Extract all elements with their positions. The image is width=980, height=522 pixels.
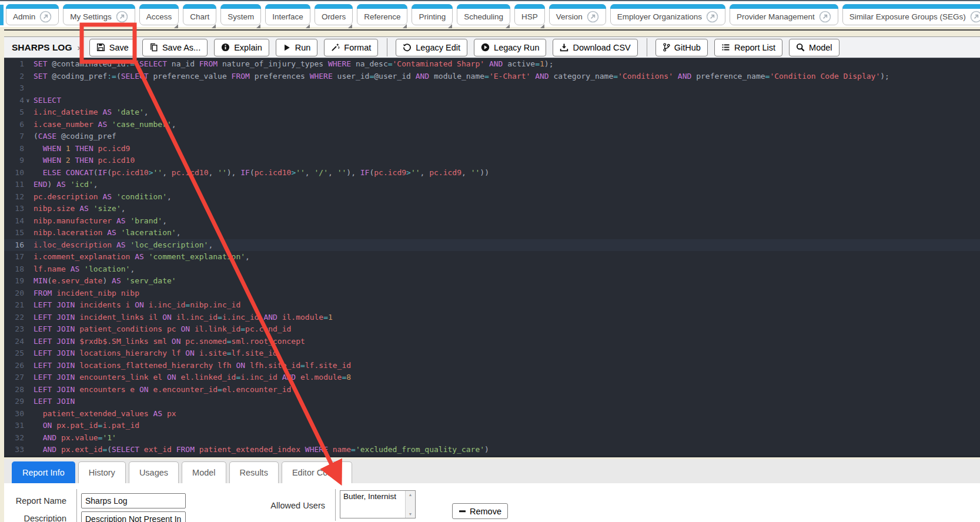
code-line[interactable]: 9 WHEN 2 THEN pc.icd10	[4, 155, 980, 167]
code-line[interactable]: 8 WHEN 1 THEN pc.icd9	[4, 143, 980, 155]
listbox-scrollbar[interactable]: ▲ ▼	[405, 491, 415, 518]
scroll-down-icon[interactable]: ▼	[409, 512, 413, 516]
code-line[interactable]: 2SET @coding_pref:=(SELECT preference_va…	[4, 71, 980, 83]
code-line[interactable]: 5i.inc_datetime AS 'date',	[4, 106, 980, 119]
report-list-button[interactable]: Report List	[714, 39, 782, 56]
run-button[interactable]: Run	[276, 39, 318, 56]
nav-tab-my-settings[interactable]: My Settings	[63, 4, 135, 25]
code-line[interactable]: 4∨SELECT	[4, 95, 980, 107]
bottom-tab-model[interactable]: Model	[182, 461, 226, 484]
nav-tab-similar-exposure-groups-segs[interactable]: Similar Exposure Groups (SEGs)	[842, 4, 980, 25]
download-csv-button[interactable]: Download CSV	[553, 39, 637, 56]
nav-tab-access[interactable]: Access	[139, 4, 179, 25]
code-line[interactable]: 20FROM incident_nibp nibp	[4, 287, 980, 300]
tab-accent-bar	[220, 4, 261, 9]
code-editor[interactable]: 1SET @contaminated_id:=(SELECT na_id FRO…	[4, 58, 980, 457]
bottom-tab-editor-config[interactable]: Editor Config	[282, 461, 352, 484]
nav-tab-admin[interactable]: Admin	[6, 4, 59, 25]
code-line[interactable]: 24LEFT JOIN $rxdb$.SM_links sml ON pc.sn…	[4, 336, 980, 348]
nav-tab-system[interactable]: System	[220, 4, 261, 25]
code-text: LEFT JOIN	[32, 396, 75, 408]
code-line[interactable]: 21LEFT JOIN incidents i ON i.inc_id=nibp…	[4, 299, 980, 312]
line-number: 19	[4, 275, 24, 287]
description-input[interactable]	[81, 511, 186, 522]
bottom-tab-report-info[interactable]: Report Info	[12, 461, 75, 484]
code-line[interactable]: 32 AND px.value='1'	[4, 432, 980, 444]
code-line[interactable]: 6i.case_number AS 'case_number',	[4, 119, 980, 131]
code-line[interactable]: 15nibp.laceration AS 'laceration',	[4, 227, 980, 239]
nav-tab-label: Admin	[13, 12, 35, 21]
external-link-icon[interactable]	[819, 11, 831, 23]
code-line[interactable]: 28LEFT JOIN encounters e ON e.encounter_…	[4, 384, 980, 396]
code-line[interactable]: 29LEFT JOIN	[4, 396, 980, 408]
explain-button[interactable]: Explain	[214, 39, 269, 56]
allowed-users-listbox[interactable]: Butler, Internist ▲ ▼	[340, 490, 416, 518]
code-line[interactable]: 25LEFT JOIN locations_hierarchy lf ON i.…	[4, 347, 980, 360]
line-number: 3	[4, 82, 24, 95]
nav-tab-label: My Settings	[70, 12, 112, 21]
line-number: 9	[4, 155, 24, 167]
nav-tab-hsp[interactable]: HSP	[514, 4, 545, 25]
code-line[interactable]: 3	[4, 82, 980, 95]
tab-accent-bar	[412, 4, 453, 9]
fold-gutter	[24, 287, 32, 300]
code-line[interactable]: 18lf.name AS 'location',	[4, 263, 980, 276]
code-line[interactable]: 33 AND px.ext_id=(SELECT ext_id FROM pat…	[4, 444, 980, 456]
save-as-button[interactable]: Save As...	[142, 39, 208, 56]
nav-tab-version[interactable]: Version	[549, 4, 606, 25]
nav-tab-orders[interactable]: Orders	[315, 4, 353, 25]
code-text: SELECT	[32, 95, 61, 107]
nav-tab-provider-management[interactable]: Provider Management	[730, 4, 838, 25]
code-line[interactable]: 14nibp.manufacturer AS 'brand',	[4, 215, 980, 227]
scroll-up-icon[interactable]: ▲	[409, 493, 413, 497]
external-link-icon[interactable]	[970, 11, 980, 23]
code-line[interactable]: 31 ON px.pat_id=i.pat_id	[4, 420, 980, 432]
code-line[interactable]: 16i.loc_description AS 'loc_description'…	[4, 239, 980, 252]
code-line[interactable]: 22LEFT JOIN incident_links il ON il.inc_…	[4, 312, 980, 324]
bottom-tab-history[interactable]: History	[78, 461, 126, 484]
remove-user-button[interactable]: Remove	[452, 503, 508, 519]
nav-tab-interface[interactable]: Interface	[265, 4, 310, 25]
report-name-input[interactable]	[81, 493, 186, 508]
external-link-icon[interactable]	[587, 11, 599, 23]
code-line[interactable]: 27LEFT JOIN encounters_link el ON el.lin…	[4, 372, 980, 384]
bottom-tab-results[interactable]: Results	[229, 461, 279, 484]
code-line[interactable]: 13nibp.size AS 'size',	[4, 203, 980, 215]
nav-tab-employer-organizations[interactable]: Employer Organizations	[610, 4, 725, 25]
bottom-tab-usages[interactable]: Usages	[129, 461, 179, 484]
wand-icon	[331, 43, 340, 52]
legacy-edit-button[interactable]: Legacy Edit	[396, 39, 467, 56]
external-link-icon[interactable]	[706, 11, 718, 23]
save-button[interactable]: Save	[89, 39, 136, 56]
code-line[interactable]: 1SET @contaminated_id:=(SELECT na_id FRO…	[4, 58, 980, 71]
code-line[interactable]: 23LEFT JOIN patient_conditions pc ON il.…	[4, 323, 980, 336]
nav-tab-scheduling[interactable]: Scheduling	[457, 4, 510, 25]
code-line[interactable]: 7(CASE @coding_pref	[4, 130, 980, 143]
nav-tab-printing[interactable]: Printing	[412, 4, 453, 25]
minus-icon	[459, 507, 466, 515]
code-line[interactable]: 30 patient_extended_values AS px	[4, 408, 980, 420]
nav-tab-label: Orders	[322, 12, 346, 21]
nav-tab-reference[interactable]: Reference	[357, 4, 407, 25]
tab-accent-bar	[265, 4, 310, 9]
code-line[interactable]: 17i.comment_explanation AS 'comment_expl…	[4, 251, 980, 263]
nav-tab-chart[interactable]: Chart	[183, 4, 216, 25]
code-line[interactable]: 10 ELSE CONCAT(IF(pc.icd10>'', pc.icd10,…	[4, 167, 980, 179]
model-button[interactable]: Model	[789, 39, 839, 56]
code-line[interactable]: 11END) AS 'icd',	[4, 179, 980, 191]
description-label: Description	[4, 514, 72, 522]
external-link-icon[interactable]	[116, 11, 128, 23]
fold-gutter	[24, 347, 32, 360]
format-button[interactable]: Format	[324, 39, 378, 56]
legacy-run-button[interactable]: Legacy Run	[474, 39, 546, 56]
code-line[interactable]: 12pc.description AS 'condition',	[4, 191, 980, 203]
github-button[interactable]: GitHub	[655, 39, 708, 56]
code-line[interactable]: 19MIN(e.serv_date) AS 'serv_date'	[4, 275, 980, 287]
allowed-user-item[interactable]: Butler, Internist	[340, 491, 415, 502]
external-link-icon[interactable]	[39, 11, 52, 23]
code-line[interactable]: 26LEFT JOIN locations_flattened_hierarch…	[4, 360, 980, 372]
nav-tab-label: Version	[556, 12, 583, 21]
line-number: 6	[4, 119, 24, 131]
line-number: 32	[4, 432, 24, 444]
fold-chevron-icon[interactable]: ∨	[24, 95, 32, 107]
